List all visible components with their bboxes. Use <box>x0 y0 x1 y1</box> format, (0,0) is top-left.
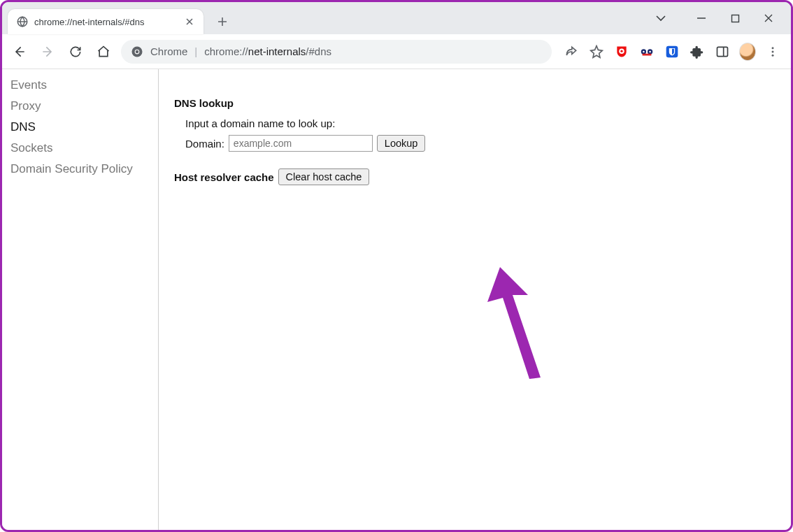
svg-rect-13 <box>717 47 728 56</box>
close-window-button[interactable] <box>762 11 776 25</box>
browser-toolbar: Chrome | chrome://net-internals/#dns <box>2 34 791 69</box>
window-controls <box>654 2 791 34</box>
annotation-arrow-icon <box>479 267 542 379</box>
svg-point-9 <box>643 50 645 52</box>
titlebar: chrome://net-internals/#dns <box>2 2 791 34</box>
toolbar-actions <box>559 43 784 60</box>
extension-bitwarden-icon[interactable] <box>664 43 680 60</box>
omnibox-divider: | <box>194 45 197 57</box>
maximize-button[interactable] <box>728 11 742 25</box>
tab-title: chrome://net-internals/#dns <box>34 17 178 27</box>
sidebar-item-domain-security-policy[interactable]: Domain Security Policy <box>10 159 150 180</box>
new-tab-button[interactable] <box>212 11 233 32</box>
extension-eyes-icon[interactable] <box>638 43 655 60</box>
home-button[interactable] <box>93 41 114 62</box>
svg-point-4 <box>136 50 139 53</box>
profile-avatar[interactable] <box>739 43 756 60</box>
lookup-button[interactable]: Lookup <box>377 135 426 152</box>
page-content: Events Proxy DNS Sockets Domain Security… <box>2 69 791 530</box>
forward-button[interactable] <box>37 41 58 62</box>
omnibox-origin: Chrome <box>150 45 187 57</box>
side-panel-icon[interactable] <box>714 43 731 60</box>
sidebar-item-dns[interactable]: DNS <box>10 117 150 138</box>
domain-label: Domain: <box>185 138 224 150</box>
sidebar: Events Proxy DNS Sockets Domain Security… <box>2 69 159 530</box>
share-icon[interactable] <box>563 43 580 60</box>
svg-point-16 <box>772 50 774 52</box>
domain-input[interactable] <box>229 135 373 152</box>
main-panel: DNS lookup Input a domain name to look u… <box>159 69 791 530</box>
kebab-menu-icon[interactable] <box>764 43 781 60</box>
extensions-puzzle-icon[interactable] <box>689 43 706 60</box>
omnibox-url: chrome://net-internals/#dns <box>204 45 331 57</box>
svg-point-10 <box>649 50 651 52</box>
dns-lookup-prompt: Input a domain name to look up: <box>185 117 776 129</box>
globe-icon <box>16 15 29 28</box>
svg-point-15 <box>772 47 774 49</box>
chevron-down-icon[interactable] <box>654 11 668 25</box>
svg-rect-1 <box>731 15 738 22</box>
svg-point-17 <box>772 54 774 56</box>
svg-point-6 <box>620 50 622 52</box>
extension-ublock-icon[interactable] <box>613 43 630 60</box>
host-resolver-cache-heading: Host resolver cache <box>174 171 274 183</box>
chrome-origin-icon <box>131 45 143 58</box>
svg-rect-11 <box>643 53 652 55</box>
reload-button[interactable] <box>65 41 86 62</box>
address-bar[interactable]: Chrome | chrome://net-internals/#dns <box>121 40 552 64</box>
browser-tab[interactable]: chrome://net-internals/#dns <box>8 9 203 34</box>
sidebar-item-proxy[interactable]: Proxy <box>10 96 150 117</box>
minimize-button[interactable] <box>694 11 708 25</box>
close-tab-icon[interactable] <box>184 16 195 27</box>
sidebar-item-events[interactable]: Events <box>10 75 150 96</box>
back-button[interactable] <box>9 41 30 62</box>
dns-lookup-heading: DNS lookup <box>174 97 776 109</box>
bookmark-star-icon[interactable] <box>588 43 605 60</box>
clear-host-cache-button[interactable]: Clear host cache <box>278 168 370 185</box>
sidebar-item-sockets[interactable]: Sockets <box>10 138 150 159</box>
